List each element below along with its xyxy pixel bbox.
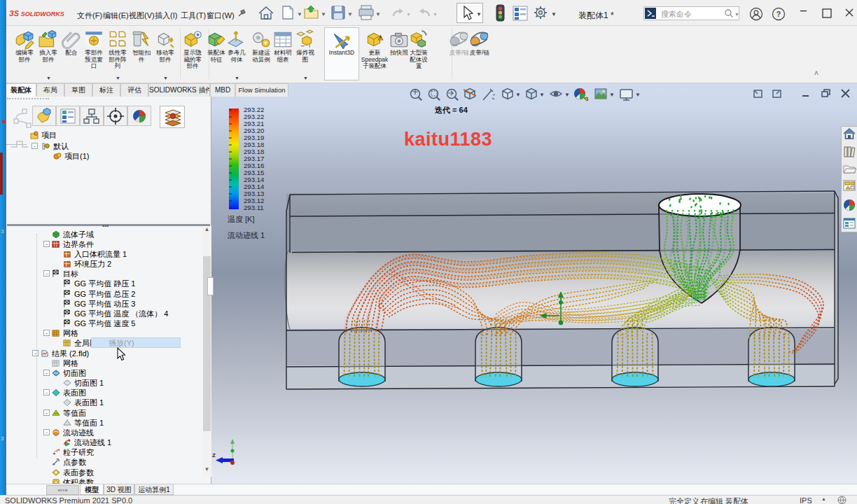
svg-text:▼: ▼ (433, 12, 438, 17)
svg-text:▼: ▼ (321, 11, 326, 18)
svg-text:Z: Z (212, 452, 216, 458)
svg-text:293.11: 293.11 (244, 204, 264, 211)
svg-text:▼: ▼ (347, 11, 353, 18)
svg-text:▼: ▼ (297, 11, 302, 18)
svg-text:▼: ▼ (734, 12, 739, 17)
svg-text:▼: ▼ (539, 92, 545, 98)
svg-text:?: ? (776, 10, 781, 18)
svg-text:▼: ▼ (476, 11, 482, 18)
svg-text:▼: ▼ (375, 11, 381, 18)
svg-text:▼: ▼ (609, 92, 615, 98)
svg-text:▼: ▼ (406, 12, 411, 17)
svg-text:▼: ▼ (551, 11, 557, 18)
svg-text:▼: ▼ (635, 92, 641, 98)
svg-text:▼: ▼ (515, 92, 521, 98)
svg-text:▼: ▼ (564, 92, 570, 98)
